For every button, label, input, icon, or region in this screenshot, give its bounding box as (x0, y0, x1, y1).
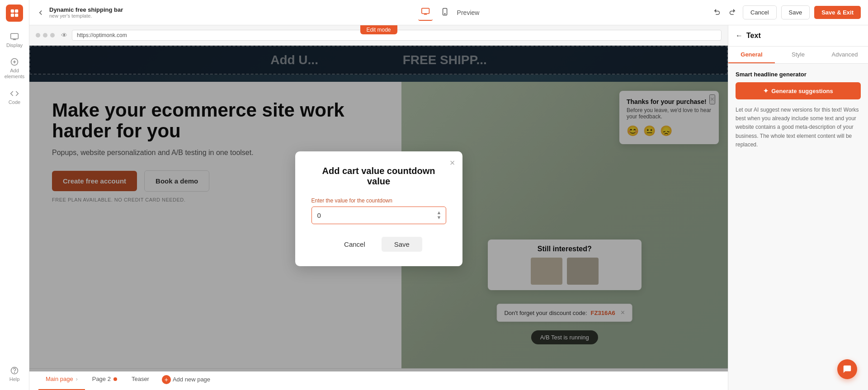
sidebar-item-display[interactable]: Display (0, 28, 29, 52)
save-exit-button[interactable]: Save & Exit (814, 6, 861, 19)
save-button[interactable]: Save (781, 5, 810, 19)
browser-dot-1 (36, 33, 40, 38)
tab-page-2[interactable]: Page 2 (85, 369, 124, 390)
modal-cancel-button[interactable]: Cancel (335, 237, 374, 252)
svg-point-9 (14, 372, 15, 373)
panel-body: Smart headline generator ✦ Generate sugg… (728, 64, 868, 390)
panel-description: Let our AI suggest new versions for this… (736, 106, 861, 149)
panel-tabs: General Style Advanced (728, 47, 868, 64)
tab-teaser[interactable]: Teaser (124, 369, 156, 390)
display-label: Display (6, 42, 23, 48)
tab-style[interactable]: Style (775, 47, 821, 63)
desktop-device-button[interactable] (418, 4, 433, 21)
right-panel: ← Text General Style Advanced Smart head… (728, 25, 868, 390)
tab-teaser-label: Teaser (132, 376, 149, 382)
undo-button[interactable] (711, 5, 724, 19)
modal-buttons: Cancel Save (311, 237, 446, 252)
tab-main-page[interactable]: Main page › (38, 369, 85, 390)
redo-button[interactable] (726, 5, 738, 19)
top-bar: Dynamic free shipping bar new yer's temp… (29, 0, 868, 25)
top-bar-center: Preview (418, 4, 480, 21)
tab-main-page-arrow: › (76, 376, 78, 382)
sidebar-item-code[interactable]: Code (0, 85, 29, 108)
campaign-sub: new yer's template. (49, 13, 123, 19)
spinner-down[interactable]: ▼ (437, 215, 442, 220)
add-elements-label: Add elements (2, 68, 27, 80)
modal-overlay: × Add cart value countdown value Enter t… (29, 46, 728, 371)
bottom-tabs: Main page › Page 2 Teaser + Add new page (29, 368, 728, 390)
left-sidebar: Display Add elements Code Help (0, 0, 29, 390)
tab-general[interactable]: General (728, 47, 775, 63)
sidebar-item-add-elements[interactable]: Add elements (0, 54, 29, 83)
back-button[interactable] (37, 9, 45, 17)
right-panel-header: ← Text (728, 25, 868, 47)
eye-icon: 👁 (61, 32, 67, 39)
modal-input-label: Enter the value for the countdown (311, 197, 446, 204)
svg-rect-4 (11, 33, 19, 39)
top-bar-left: Dynamic free shipping bar new yer's temp… (37, 6, 711, 19)
edit-mode-bar: Edit mode (360, 25, 397, 34)
countdown-value-input[interactable] (311, 207, 446, 224)
generate-btn-icon: ✦ (763, 87, 769, 94)
svg-point-12 (444, 14, 445, 14)
generate-btn-label: Generate suggestions (771, 88, 833, 94)
main-area: 👁 https://optimonk.com Edit mode Add U..… (29, 25, 728, 390)
help-label: Help (9, 376, 20, 382)
svg-rect-3 (15, 14, 18, 17)
input-spinner: ▲ ▼ (437, 210, 442, 220)
browser-dot-2 (43, 33, 47, 38)
browser-dots (36, 33, 55, 38)
svg-rect-2 (11, 14, 14, 17)
add-page-label: Add new page (173, 376, 210, 383)
smart-headline-label: Smart headline generator (736, 71, 861, 78)
modal-close-button[interactable]: × (450, 158, 455, 168)
app-logo (6, 5, 23, 22)
svg-rect-1 (15, 9, 18, 13)
code-label: Code (9, 99, 20, 105)
modal-save-button[interactable]: Save (382, 237, 422, 252)
add-page-button[interactable]: + Add new page (162, 375, 210, 384)
top-bar-right: Cancel Save Save & Exit (711, 5, 861, 19)
preview-frame: Add U... FREE SHIPP... Make your ecommer… (29, 46, 728, 371)
sidebar-item-help[interactable]: Help (0, 362, 29, 385)
campaign-info: Dynamic free shipping bar new yer's temp… (49, 6, 123, 19)
modal-input-wrapper: ▲ ▼ (311, 207, 446, 224)
browser-dot-3 (50, 33, 55, 38)
svg-rect-10 (421, 8, 429, 14)
modal-title: Add cart value countdown value (311, 166, 446, 187)
tab-page-2-dot (113, 377, 117, 381)
modal-dialog: × Add cart value countdown value Enter t… (295, 151, 462, 266)
panel-back-button[interactable]: ← (736, 32, 743, 40)
mobile-device-button[interactable] (438, 5, 452, 20)
chat-bubble-button[interactable] (837, 359, 857, 379)
tab-advanced[interactable]: Advanced (821, 47, 868, 63)
panel-title: Text (746, 32, 761, 40)
generate-suggestions-button[interactable]: ✦ Generate suggestions (736, 82, 861, 99)
add-page-icon: + (162, 375, 171, 384)
campaign-title: Dynamic free shipping bar (49, 6, 123, 13)
tab-page-2-label: Page 2 (92, 376, 111, 382)
svg-rect-0 (11, 9, 14, 13)
cancel-button[interactable]: Cancel (743, 5, 776, 19)
tab-main-page-label: Main page (46, 376, 73, 382)
preview-label: Preview (457, 9, 480, 16)
undo-redo-group (711, 5, 738, 19)
